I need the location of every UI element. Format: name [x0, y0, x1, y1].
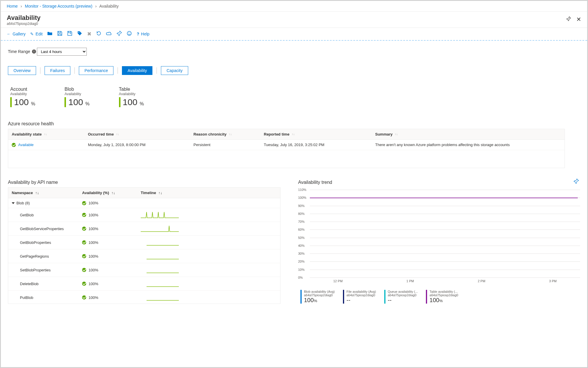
grid-line [310, 270, 580, 270]
kpi-account-sub: Availability [10, 92, 35, 96]
sparkline [141, 252, 179, 260]
kpi-blob-sub: Availability [64, 92, 89, 96]
sort-icon[interactable]: ↑↓ [111, 191, 115, 195]
feedback-icon[interactable] [127, 31, 132, 37]
health-row[interactable]: Available Monday, July 1, 2019, 8:00:00 … [8, 140, 565, 150]
breadcrumb-monitor[interactable]: Monitor - Storage Accounts (preview) [25, 4, 92, 8]
time-range-select[interactable]: Last 4 hours [37, 48, 87, 56]
api-cell-name: SetBlobProperties [20, 268, 51, 272]
grid-line [310, 261, 580, 262]
sparkline [141, 225, 179, 233]
api-cell-name: Blob (8) [16, 201, 30, 205]
pin-toolbar-icon[interactable] [117, 31, 122, 37]
caret-down-icon[interactable] [12, 202, 15, 204]
health-col-occurred[interactable]: Occurred time [88, 132, 114, 136]
close-icon[interactable]: ✕ [576, 16, 581, 23]
grid-line [310, 222, 580, 222]
info-icon[interactable]: i [32, 49, 36, 54]
api-row[interactable]: GetBlobProperties 100% [8, 236, 280, 249]
kpi-account-unit: % [31, 101, 35, 107]
tab-performance[interactable]: Performance [79, 66, 113, 75]
api-cell-pct: 100% [89, 254, 98, 259]
api-cell-name: GetBlob [20, 213, 34, 217]
api-row[interactable]: GetPageRegions 100% [8, 249, 280, 263]
api-row[interactable]: GetBlob 100% [8, 208, 280, 222]
api-scroll[interactable]: Blob (8) 100% GetBlob 100% GetBlobServic… [8, 198, 280, 304]
api-row[interactable]: DeleteBlob 100% [8, 277, 280, 291]
api-col-availability[interactable]: Availability (%) [82, 191, 109, 195]
breadcrumb-home[interactable]: Home [7, 4, 18, 8]
trend-legend: Blob availability (Avg) a64sl75piosp2dia… [300, 290, 580, 304]
grid-line [310, 190, 580, 190]
sort-icon[interactable]: ↑↓ [159, 191, 162, 195]
pin-icon[interactable] [566, 16, 571, 22]
api-row[interactable]: GetBlobServiceProperties 100% [8, 222, 280, 236]
sort-icon[interactable]: ↑↓ [116, 133, 119, 136]
check-icon [82, 201, 86, 205]
x-axis-label: 3 PM [549, 279, 557, 285]
tab-separator [157, 67, 157, 74]
api-cell-pct: 100% [89, 227, 98, 231]
tab-separator [40, 67, 40, 74]
api-col-namespace[interactable]: Namespace [12, 191, 33, 195]
health-col-reason[interactable]: Reason chronicity [193, 132, 227, 136]
sort-icon[interactable]: ↑↓ [44, 133, 47, 136]
tab-capacity[interactable]: Capacity [161, 66, 188, 75]
x-axis-label: 2 PM [478, 279, 485, 285]
tab-separator [74, 67, 75, 74]
tab-failures[interactable]: Failures [45, 66, 70, 75]
api-cell-pct: 100% [89, 295, 98, 300]
legend-val: -- [388, 297, 392, 303]
pencil-icon: ✎ [30, 32, 34, 36]
api-cell-name: GetPageRegions [20, 254, 49, 259]
health-col-reported[interactable]: Reported time [264, 132, 289, 136]
sort-icon[interactable]: ↑↓ [292, 133, 295, 136]
health-col-summary[interactable]: Summary [375, 132, 392, 136]
kpi-bar [64, 97, 66, 107]
api-row[interactable]: SetBlobProperties 100% [8, 263, 280, 277]
legend-val: -- [346, 297, 350, 303]
page-subtitle: a64sl75piosp2diag0 [7, 22, 40, 26]
x-axis-label: 1 PM [407, 279, 414, 285]
legend-queue: Queue availability (... a64sl75piosp2dia… [384, 290, 418, 304]
sort-icon[interactable]: ↑↓ [229, 133, 232, 136]
health-col-state[interactable]: Availability state [12, 132, 42, 136]
edit-button[interactable]: ✎ Edit [30, 32, 43, 36]
legend-name: File availability (Avg) [346, 290, 376, 293]
health-table: Availability state↑↓ Occurred time↑↓ Rea… [8, 129, 565, 168]
health-summary: There aren't any known Azure platform pr… [375, 143, 561, 147]
body-scroll[interactable]: Time Range i Last 4 hours Overview Failu… [1, 41, 587, 368]
health-reason: Persistent [193, 143, 264, 147]
legend-sub: a64sl75piosp2diag0 [304, 293, 335, 297]
tab-availability[interactable]: Availability [122, 66, 152, 75]
kpi-blob-unit: % [85, 101, 89, 107]
save-icon[interactable] [57, 31, 62, 37]
help-button[interactable]: ? Help [137, 32, 149, 36]
sort-icon[interactable]: ↑↓ [35, 191, 39, 195]
api-cell-pct: 100% [89, 268, 98, 272]
api-row[interactable]: PutBlob 100% [8, 291, 280, 304]
sort-icon[interactable]: ↑↓ [395, 133, 398, 136]
kpi-table-sub: Availability [119, 92, 144, 96]
gallery-label: Gallery [13, 32, 26, 36]
api-row-blob-group[interactable]: Blob (8) 100% [8, 198, 280, 208]
svg-point-1 [127, 31, 131, 35]
api-col-timeline[interactable]: Timeline [141, 191, 156, 195]
legend-unit: % [439, 299, 443, 303]
trend-chart[interactable]: 110%100%90%80%70%60%50%40%30%20%10%0% 12… [298, 188, 580, 285]
refresh-icon[interactable] [96, 31, 101, 37]
legend-name: Blob availability (Avg) [304, 290, 335, 293]
y-axis-label: 110% [298, 188, 306, 191]
tag-icon[interactable] [77, 31, 82, 37]
help-icon: ? [137, 32, 139, 36]
breadcrumb: Home › Monitor - Storage Accounts (previ… [1, 1, 587, 12]
api-cell-name: GetBlobProperties [20, 240, 51, 245]
save-as-icon[interactable] [67, 31, 72, 37]
discard-icon[interactable]: ✖ [87, 31, 91, 37]
gallery-button[interactable]: ← Gallery [7, 32, 26, 36]
kpi-bar [119, 97, 120, 107]
folder-icon[interactable] [47, 31, 52, 37]
pin-chart-icon[interactable] [574, 179, 579, 185]
tab-overview[interactable]: Overview [8, 66, 36, 75]
cloud-icon[interactable] [106, 31, 112, 37]
